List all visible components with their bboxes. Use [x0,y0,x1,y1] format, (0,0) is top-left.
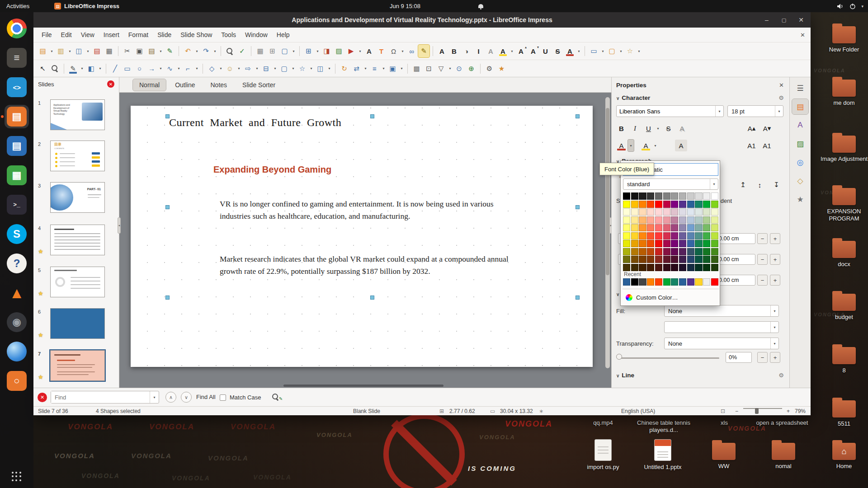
color-swatch[interactable] [711,232,718,239]
color-swatch[interactable] [679,232,686,239]
color-swatch[interactable] [639,208,646,216]
minimize-button[interactable]: – [762,15,772,25]
star-shapes-dropdown[interactable]: ▾ [637,45,642,57]
selection-handle[interactable] [576,114,580,118]
zoom-button[interactable] [49,62,61,75]
callout-shapes-tool-button[interactable]: ▢ [278,62,290,75]
decrease-font-size-button[interactable]: A▾ [761,122,773,134]
snap-guides-button[interactable]: ⊞ [267,45,278,57]
color-swatch[interactable] [663,216,670,224]
match-case-checkbox[interactable] [220,394,226,401]
selection-handle[interactable] [165,296,170,300]
color-swatch[interactable] [671,192,678,200]
lines-and-arrows-dropdown[interactable]: ▾ [158,62,163,75]
color-swatch[interactable] [655,240,662,247]
fill-color-button[interactable]: ◧ [85,62,97,75]
menu-file[interactable]: File [37,29,57,41]
symbol-shapes-dropdown[interactable]: ▾ [236,62,241,75]
color-swatch[interactable] [647,232,654,239]
special-character-button[interactable]: Ω [388,45,399,57]
color-swatch[interactable] [671,264,678,271]
desktop-icon-bottom[interactable]: Untitled 1.pptx [633,439,692,471]
menu-slide[interactable]: Slide [153,29,176,41]
color-swatch[interactable] [639,264,646,271]
color-swatch[interactable] [639,192,646,200]
insert-chart-button[interactable]: ◨ [321,45,332,57]
find-input[interactable] [51,391,150,403]
custom-color-item[interactable]: Custom Color… [623,291,718,303]
color-swatch[interactable] [639,256,646,263]
font-name-input[interactable] [617,108,715,115]
connectors-button[interactable]: ⌐ [182,62,193,75]
insert-line-button[interactable]: ╱ [109,62,121,75]
color-swatch[interactable] [655,208,662,216]
bold-button[interactable]: B [615,122,627,134]
recent-color-swatch[interactable] [663,278,670,286]
color-swatch[interactable] [671,256,678,263]
desktop-icon-label-only[interactable]: qq.mp4 [574,417,632,427]
color-swatch[interactable] [663,248,670,255]
recent-color-swatch[interactable] [711,278,718,286]
rectangle-button[interactable]: ▭ [122,62,133,75]
status-layout[interactable]: Blank Slide [353,408,380,414]
color-swatch[interactable] [671,201,678,208]
fill-attribute-select[interactable]: ▾ [664,321,779,333]
color-swatch[interactable] [663,256,670,263]
color-swatch[interactable] [647,208,654,216]
color-swatch[interactable] [623,201,630,208]
panel-splitter-left[interactable]: ◂ [118,217,121,234]
menu-view[interactable]: View [76,29,99,41]
color-swatch[interactable] [663,201,670,208]
dock-files[interactable]: ≡ [5,46,29,70]
color-swatch[interactable] [679,208,686,216]
menu-window[interactable]: Window [241,29,272,41]
desktop-icon-2[interactable]: me dom [819,76,868,107]
callout-shapes-button[interactable]: ▢ [606,45,618,57]
tab-navigator[interactable]: ◎ [792,155,808,170]
filter-dropdown[interactable]: ▾ [448,62,453,75]
color-swatch[interactable] [655,232,662,239]
fit-slide-icon[interactable]: ⊡ [721,408,725,414]
3d-objects-button[interactable]: ◫ [315,62,326,75]
slide-heading-text[interactable]: Expanding Beyond Gaming [213,164,331,175]
open-file-dropdown[interactable]: ▾ [67,45,72,57]
color-swatch[interactable] [639,248,646,255]
find-close-icon[interactable]: ✕ [38,393,47,402]
insert-table-dropdown[interactable]: ▾ [315,45,320,57]
line-color-dropdown[interactable]: ▾ [80,62,85,75]
subscript-button[interactable]: A1 [761,140,773,151]
paste-dropdown[interactable]: ▾ [158,45,163,57]
dock-terminal[interactable]: >_ [5,193,29,216]
transparency-percent-field[interactable]: 0% [726,352,752,363]
indent-before-field[interactable]: 0.00 cm [716,233,755,244]
character-dialog-button[interactable]: A [436,45,448,57]
maximize-button[interactable]: ▢ [779,15,789,25]
show-applications-button[interactable] [12,472,22,482]
arrange-button[interactable]: ▣ [387,62,398,75]
selection-handle[interactable] [576,296,580,300]
connectors-dropdown[interactable]: ▾ [194,62,199,75]
color-swatch[interactable] [631,201,638,208]
color-swatch[interactable] [711,240,718,247]
slides-panel-close-icon[interactable]: ✕ [107,80,114,88]
highlight-color-button[interactable]: A [640,140,652,151]
callout-shapes-dropdown[interactable]: ▾ [618,45,623,57]
find-and-replace-icon[interactable]: ✎ [272,394,283,402]
indent-plus-button[interactable]: + [770,233,780,244]
rotate-button[interactable]: ↻ [339,62,350,75]
color-swatch[interactable] [671,248,678,255]
highlight-color-dropdown[interactable]: ▾ [509,45,514,57]
color-swatch[interactable] [631,240,638,247]
selection-handle[interactable] [576,205,580,209]
color-swatch[interactable] [695,264,702,271]
spelling-button[interactable]: ✓ [236,45,248,57]
align-objects-dropdown[interactable]: ▾ [381,62,386,75]
color-swatch[interactable] [711,208,718,216]
fill-color-dropdown[interactable]: ▾ [98,62,103,75]
color-swatch[interactable] [711,256,718,263]
color-swatch[interactable] [623,264,630,271]
redo-dropdown[interactable]: ▾ [212,45,217,57]
color-swatch[interactable] [711,201,718,208]
selection-handle[interactable] [165,205,170,209]
color-swatch[interactable] [623,224,630,231]
